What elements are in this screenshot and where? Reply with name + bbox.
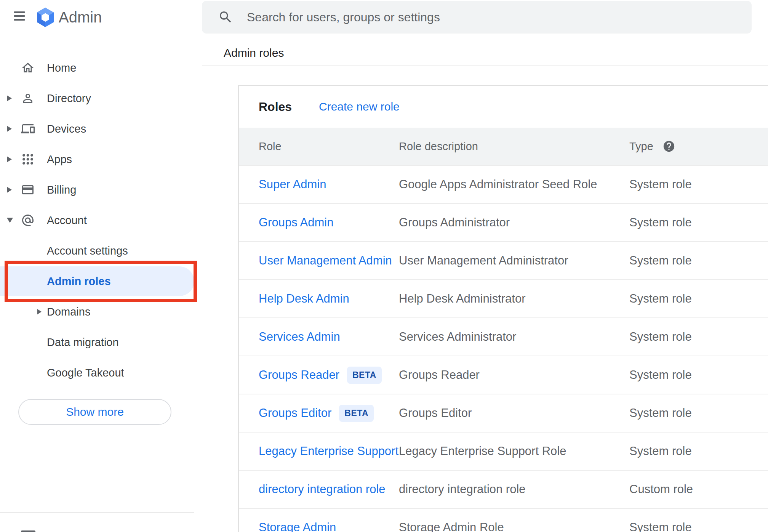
role-link[interactable]: directory integration role <box>259 482 386 496</box>
table-row: Groups Admin Groups Administrator System… <box>239 203 768 241</box>
column-header-role-description: Role description <box>399 140 629 153</box>
apps-grid-icon <box>21 152 35 166</box>
devices-icon <box>21 122 35 136</box>
role-description: Help Desk Administrator <box>399 292 629 306</box>
column-header-type: Type <box>629 140 768 153</box>
home-icon <box>21 61 35 75</box>
role-type: Custom role <box>629 482 768 496</box>
role-type: System role <box>629 444 768 458</box>
table-row: Super Admin Google Apps Administrator Se… <box>239 165 768 203</box>
sidebar-item-label: Home <box>47 62 76 74</box>
sidebar-item-data-migration[interactable]: Data migration <box>0 327 202 357</box>
role-link[interactable]: Storage Admin <box>259 521 336 532</box>
table-row: Groups Reader BETA Groups Reader System … <box>239 356 768 394</box>
table-row: Legacy Enterprise Support Legacy Enterpr… <box>239 432 768 470</box>
admin-logo-icon[interactable] <box>37 8 54 27</box>
role-description: Storage Admin Role <box>399 521 629 532</box>
sidebar: Admin HomeDirectoryDevicesAppsBillingAcc… <box>0 0 202 532</box>
person-icon <box>21 91 35 105</box>
role-type: System role <box>629 178 768 191</box>
search-icon <box>218 10 233 25</box>
sidebar-item-label: Account <box>47 214 87 227</box>
sidebar-item-label: Google Takeout <box>47 367 124 379</box>
show-more-button[interactable]: Show more <box>18 399 171 425</box>
role-description: Legacy Enterprise Support Role <box>399 444 629 458</box>
sidebar-item-devices[interactable]: Devices <box>0 114 202 144</box>
app-title: Admin <box>59 8 102 27</box>
expand-arrow-icon[interactable] <box>7 156 12 162</box>
sidebar-item-label: Apps <box>47 153 72 166</box>
role-link[interactable]: Legacy Enterprise Support <box>259 444 398 458</box>
table-row: User Management Admin User Management Ad… <box>239 241 768 279</box>
column-header-role: Role <box>239 140 399 153</box>
admin-console-page: Admin HomeDirectoryDevicesAppsBillingAcc… <box>0 0 768 532</box>
sidebar-item-account-settings[interactable]: Account settings <box>0 236 202 266</box>
role-type: System role <box>629 216 768 229</box>
table-header-row: Role Role description Type <box>239 128 768 165</box>
create-new-role-link[interactable]: Create new role <box>319 100 400 113</box>
role-description: Groups Reader <box>399 368 629 382</box>
sidebar-bottom-divider <box>0 512 194 513</box>
sidebar-item-billing[interactable]: Billing <box>0 175 202 205</box>
role-type: System role <box>629 406 768 420</box>
content-divider <box>202 66 768 66</box>
search-bar[interactable] <box>202 1 752 34</box>
role-description: Groups Editor <box>399 406 629 420</box>
role-link[interactable]: Super Admin <box>259 178 326 191</box>
expand-arrow-icon[interactable] <box>7 95 12 101</box>
expand-arrow-icon[interactable] <box>37 309 42 314</box>
role-link[interactable]: Groups Editor <box>259 406 331 420</box>
table-row: Services Admin Services Administrator Sy… <box>239 317 768 356</box>
sidebar-item-label: Account settings <box>47 245 128 257</box>
role-link[interactable]: User Management Admin <box>259 254 392 268</box>
sidebar-item-account[interactable]: Account <box>0 205 202 236</box>
role-description: Services Administrator <box>399 330 629 344</box>
sidebar-item-label: Domains <box>47 306 90 318</box>
sidebar-item-home[interactable]: Home <box>0 53 202 83</box>
role-type: System role <box>629 521 768 532</box>
role-type: System role <box>629 330 768 344</box>
roles-card-header: Roles Create new role <box>239 86 768 128</box>
sidebar-item-label: Data migration <box>47 336 119 349</box>
sidebar-item-label: Billing <box>47 184 76 196</box>
sidebar-item-directory[interactable]: Directory <box>0 83 202 114</box>
sidebar-item-admin-roles[interactable]: Admin roles <box>0 266 202 296</box>
role-link[interactable]: Groups Admin <box>259 216 333 229</box>
expand-arrow-icon[interactable] <box>7 187 12 193</box>
sidebar-item-label: Admin roles <box>47 275 111 288</box>
clipped-bottom-icon <box>21 530 35 532</box>
table-row: Help Desk Admin Help Desk Administrator … <box>239 279 768 317</box>
sidebar-item-apps[interactable]: Apps <box>0 144 202 175</box>
help-icon[interactable] <box>662 140 675 153</box>
search-input[interactable] <box>246 10 752 25</box>
role-description: directory integration role <box>399 482 629 496</box>
sidebar-item-domains[interactable]: Domains <box>0 296 202 327</box>
role-description: Groups Administrator <box>399 216 629 229</box>
menu-icon[interactable] <box>14 11 26 21</box>
sidebar-item-google-takeout[interactable]: Google Takeout <box>0 357 202 388</box>
sidebar-item-label: Directory <box>47 92 91 105</box>
beta-badge: BETA <box>339 405 374 422</box>
role-link[interactable]: Help Desk Admin <box>259 292 349 306</box>
at-sign-icon <box>21 213 35 227</box>
credit-card-icon <box>21 183 35 197</box>
beta-badge: BETA <box>347 367 382 384</box>
role-description: User Management Administrator <box>399 254 629 268</box>
role-type: System role <box>629 292 768 306</box>
sidebar-item-label: Devices <box>47 123 86 135</box>
role-link[interactable]: Services Admin <box>259 330 340 344</box>
breadcrumb: Admin roles <box>224 46 284 59</box>
role-type: System role <box>629 254 768 268</box>
role-type: System role <box>629 368 768 382</box>
table-row: Groups Editor BETA Groups Editor System … <box>239 394 768 432</box>
expand-arrow-icon[interactable] <box>7 126 12 132</box>
collapse-arrow-icon[interactable] <box>7 218 13 223</box>
role-description: Google Apps Administrator Seed Role <box>399 178 629 191</box>
table-row: directory integration role directory int… <box>239 470 768 508</box>
table-body: Super Admin Google Apps Administrator Se… <box>239 165 768 532</box>
table-row: Storage Admin Storage Admin Role System … <box>239 508 768 532</box>
roles-title: Roles <box>259 100 292 114</box>
roles-card: Roles Create new role Role Role descript… <box>238 85 768 532</box>
role-link[interactable]: Groups Reader <box>259 368 339 382</box>
